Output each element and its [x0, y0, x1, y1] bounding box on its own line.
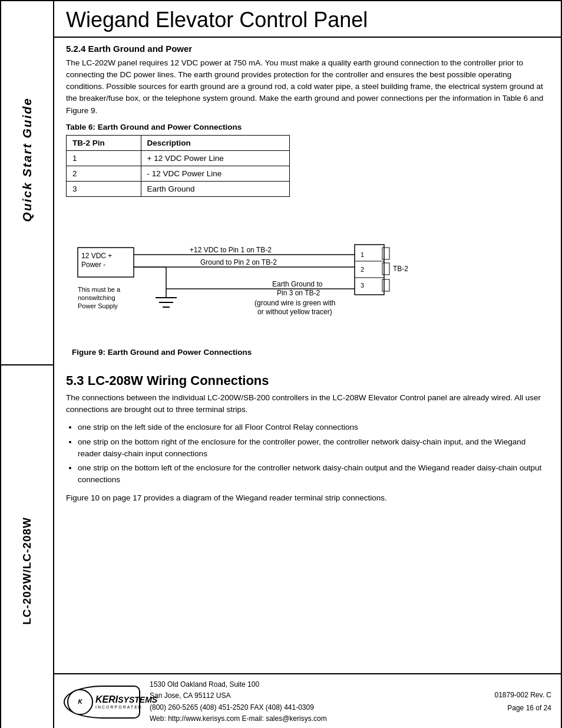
table-cell-desc3: Earth Ground [141, 181, 289, 196]
table-cell-desc1: + 12 VDC Power Line [141, 150, 289, 166]
table-cell-pin3: 3 [67, 181, 141, 196]
address-line3: (800) 260-5265 (408) 451-2520 FAX (408) … [150, 702, 485, 713]
incorporated-text: INCORPORATED [95, 705, 143, 709]
table-row: 3 Earth Ground [67, 181, 290, 196]
svg-text:TB-2: TB-2 [393, 265, 408, 273]
svg-rect-7 [355, 245, 384, 295]
page-wrapper: Quick Start Guide LC-202W/LC-208W Wiegan… [0, 0, 562, 728]
svg-text:Power  -: Power - [81, 261, 105, 269]
table6-caption: Table 6: Earth Ground and Power Connecti… [66, 123, 549, 131]
list-item: one strip on the left side of the enclos… [78, 421, 549, 433]
page-title: Wiegand Elevator Control Panel [66, 8, 549, 32]
section-53-body: The connections between the individual L… [66, 392, 549, 416]
section-53-closing: Figure 10 on page 17 provides a diagram … [66, 492, 549, 504]
section-524: 5.2.4 Earth Ground and Power The LC-202W… [66, 44, 549, 117]
content-section: 5.2.4 Earth Ground and Power The LC-202W… [54, 38, 561, 674]
svg-text:3: 3 [361, 282, 364, 289]
keri-logo-text: KERI [95, 695, 118, 704]
svg-text:Power Supply: Power Supply [78, 302, 118, 309]
table6-container: Table 6: Earth Ground and Power Connecti… [66, 123, 549, 197]
doc-number: 01879-002 Rev. C [494, 689, 551, 702]
table-cell-pin1: 1 [67, 150, 141, 166]
section-524-heading: 5.2.4 Earth Ground and Power [66, 44, 549, 54]
bullet-list: one strip on the left side of the enclos… [78, 421, 549, 486]
address-line2: San Jose, CA 95112 USA [150, 690, 485, 701]
figure9-caption: Figure 9: Earth Ground and Power Connect… [72, 348, 543, 357]
list-item: one strip on the bottom right of the enc… [78, 436, 549, 460]
svg-text:(ground wire is green with: (ground wire is green with [254, 299, 335, 307]
svg-text:1: 1 [361, 251, 364, 258]
table-cell-desc2: - 12 VDC Power Line [141, 166, 289, 181]
footer: K KERI SYSTEMS INCORPORATED 1530 Old Oak… [54, 673, 561, 728]
svg-text:+12 VDC to Pin 1 on TB-2: +12 VDC to Pin 1 on TB-2 [190, 246, 272, 254]
svg-text:Earth Ground to: Earth Ground to [272, 280, 323, 288]
footer-logo: K KERI SYSTEMS INCORPORATED [64, 686, 140, 719]
svg-text:Pin 3 on TB-2: Pin 3 on TB-2 [277, 289, 320, 297]
sidebar-divider [1, 364, 53, 365]
section-53: 5.3 LC-208W Wiring Connections The conne… [66, 373, 549, 504]
table-row: 2 - 12 VDC Power Line [67, 166, 290, 181]
main-content: Wiegand Elevator Control Panel 5.2.4 Ear… [54, 1, 561, 728]
svg-text:Ground to Pin 2 on TB-2: Ground to Pin 2 on TB-2 [200, 258, 277, 266]
svg-rect-14 [382, 263, 389, 275]
sidebar: Quick Start Guide LC-202W/LC-208W [1, 1, 54, 728]
model-label: LC-202W/LC-208W [21, 517, 34, 625]
figure9-diagram: 12 VDC + Power - +12 VDC to Pin 1 on TB-… [66, 206, 549, 368]
footer-right: 01879-002 Rev. C Page 16 of 24 [494, 689, 551, 714]
svg-rect-13 [382, 248, 389, 259]
section-524-body: The LC-202W panel requires 12 VDC power … [66, 57, 549, 117]
address-line4: Web: http://www.kerisys.com E-mail: sale… [150, 713, 485, 724]
table-cell-pin2: 2 [67, 166, 141, 181]
svg-text:nonswitching: nonswitching [78, 294, 115, 301]
list-item: one strip on the bottom left of the encl… [78, 462, 549, 486]
table-header-desc: Description [141, 135, 289, 150]
address-line1: 1530 Old Oakland Road, Suite 100 [150, 679, 485, 690]
page-info: Page 16 of 24 [494, 702, 551, 715]
connections-table: TB-2 Pin Description 1 + 12 VDC Power Li… [66, 135, 290, 197]
svg-text:2: 2 [361, 266, 364, 273]
table-row: 1 + 12 VDC Power Line [67, 150, 290, 166]
svg-rect-15 [382, 279, 389, 291]
table-header-pin: TB-2 Pin [67, 135, 141, 150]
svg-text:This must be a: This must be a [78, 286, 121, 293]
header-section: Wiegand Elevator Control Panel [54, 1, 561, 38]
section-53-heading: 5.3 LC-208W Wiring Connections [66, 373, 549, 388]
diagram-svg: 12 VDC + Power - +12 VDC to Pin 1 on TB-… [72, 212, 484, 348]
svg-text:or without yellow tracer): or without yellow tracer) [257, 308, 332, 316]
quick-start-guide-label: Quick Start Guide [20, 97, 34, 222]
footer-address: 1530 Old Oakland Road, Suite 100 San Jos… [150, 679, 485, 724]
svg-text:12 VDC +: 12 VDC + [81, 252, 112, 260]
